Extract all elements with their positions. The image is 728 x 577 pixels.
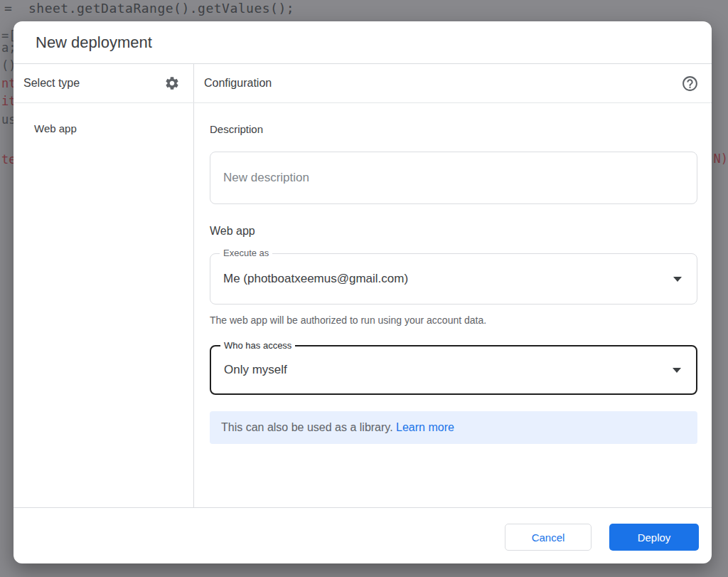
screen: = sheet.getDataRange().getValues(); =[ a… [0, 0, 728, 577]
configuration-panel: Description Web app Execute as Me (photb… [194, 103, 712, 507]
dialog-header: New deployment [14, 21, 712, 64]
library-info-text: This can also be used as a library. [221, 421, 396, 433]
configuration-title: Configuration [204, 77, 272, 90]
type-item-web-app[interactable]: Web app [14, 103, 193, 142]
deployment-type-list: Web app [14, 103, 194, 507]
panel-header-row: Select type Configuration [14, 64, 712, 103]
web-app-section-header: Web app [210, 225, 697, 238]
backdrop-code-fragment: te [1, 152, 14, 166]
chevron-down-icon [673, 277, 682, 282]
backdrop-code-fragment: nt [1, 76, 14, 90]
execute-as-helper-text: The web app will be authorized to run us… [210, 314, 697, 326]
dialog-title: New deployment [36, 33, 152, 52]
backdrop-code-fragment: a; [1, 41, 14, 55]
who-has-access-label: Who has access [220, 340, 295, 351]
library-info-box: This can also be used as a library. Lear… [210, 411, 697, 444]
deploy-button[interactable]: Deploy [609, 524, 699, 551]
dialog-body: Web app Description Web app Execute as M… [14, 103, 712, 507]
chevron-down-icon [673, 368, 681, 373]
settings-gear-glyph [164, 75, 180, 91]
backdrop-code-line: = sheet.getDataRange().getValues(); [4, 1, 294, 16]
backdrop-code-fragment: () [1, 58, 14, 73]
configuration-header: Configuration [194, 64, 712, 102]
execute-as-label: Execute as [220, 248, 272, 258]
who-has-access-select[interactable]: Who has access Only myself [210, 345, 697, 395]
execute-as-select[interactable]: Execute as Me (photboatxeemus@gmail.com) [210, 253, 697, 305]
select-type-header: Select type [14, 64, 194, 102]
execute-as-value: Me (photboatxeemus@gmail.com) [223, 272, 408, 286]
description-label: Description [210, 123, 697, 135]
dialog-footer: Cancel Deploy [14, 507, 712, 563]
backdrop-code-fragment: usl [1, 112, 14, 127]
who-has-access-value: Only myself [224, 363, 287, 377]
cancel-button[interactable]: Cancel [505, 524, 592, 551]
new-deployment-dialog: New deployment Select type Configuration [14, 21, 712, 563]
description-input[interactable] [210, 152, 697, 204]
help-circle-glyph [681, 75, 699, 92]
backdrop-code-fragment: N) [714, 152, 728, 166]
backdrop-left-gutter: =[ a; () nt it. usl te [0, 0, 14, 577]
gear-icon[interactable] [163, 74, 181, 92]
learn-more-link[interactable]: Learn more [396, 421, 454, 433]
help-icon[interactable] [680, 74, 699, 92]
backdrop-code-fragment: it. [1, 94, 14, 108]
select-type-title: Select type [23, 77, 80, 90]
